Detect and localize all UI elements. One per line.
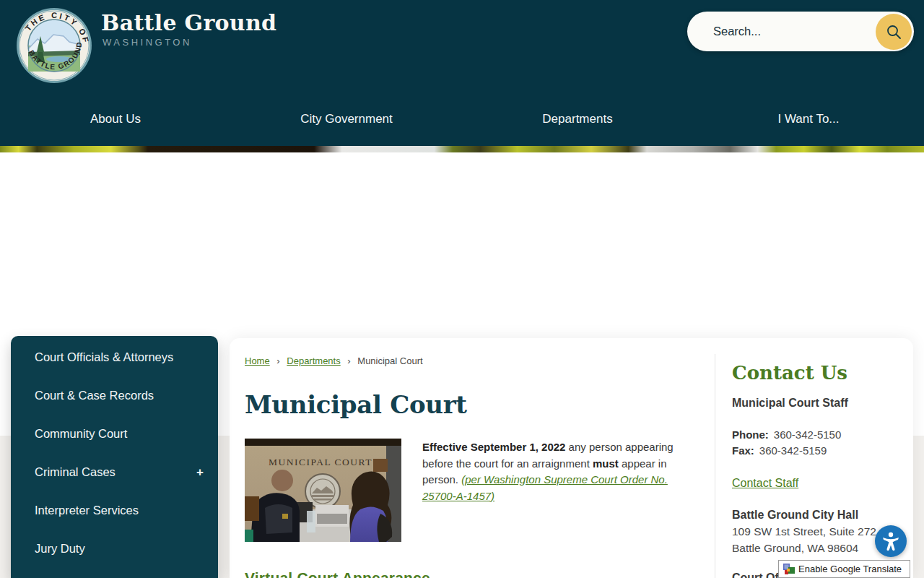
google-translate-icon	[783, 564, 795, 575]
municipal-court-photo: MUNICIPAL COURT	[245, 439, 401, 542]
contact-us-heading: Contact Us	[732, 362, 847, 384]
photo-sign-text: MUNICIPAL COURT	[269, 457, 372, 467]
breadcrumb: Home › Departments › Municipal Court	[245, 355, 423, 366]
site-header: THE CITY OF BATTLE GROUND Battle Ground …	[0, 0, 924, 146]
site-subtitle: WASHINGTON	[103, 37, 192, 48]
section-sidebar: Court Officials & Attorneys Court & Case…	[11, 336, 218, 578]
contact-staff-title: Municipal Court Staff	[732, 397, 848, 410]
court-office-heading: Court Of	[732, 571, 779, 578]
search-button[interactable]	[876, 14, 912, 50]
fax-label: Fax:	[732, 444, 754, 457]
city-seal-logo[interactable]: THE CITY OF BATTLE GROUND	[16, 7, 92, 84]
city-hall-name: Battle Ground City Hall	[732, 509, 858, 522]
intro-bold-must: must	[593, 457, 619, 470]
site-title[interactable]: Battle Ground	[101, 10, 276, 35]
breadcrumb-separator: ›	[347, 355, 350, 366]
intro-bold-date: Effective September 1, 2022	[422, 441, 565, 453]
breadcrumb-home[interactable]: Home	[245, 355, 270, 366]
main-nav: About Us City Government Departments I W…	[0, 105, 924, 134]
address-line-1: 109 SW 1st Street, Suite 272	[732, 525, 876, 538]
breadcrumb-separator: ›	[276, 355, 279, 366]
fax-value: 360-342-5159	[759, 444, 827, 457]
sidebar-item-court-case-records[interactable]: Court & Case Records	[11, 376, 218, 415]
sidebar-item-criminal-cases[interactable]: Criminal Cases +	[11, 453, 218, 491]
phone-value: 360-342-5150	[774, 428, 841, 441]
nav-i-want-to[interactable]: I Want To...	[693, 105, 924, 134]
phone-label: Phone:	[732, 428, 769, 441]
google-translate-button[interactable]: Enable Google Translate	[778, 560, 910, 578]
breadcrumb-current: Municipal Court	[357, 355, 422, 366]
search-input[interactable]	[713, 12, 858, 51]
intro-paragraph: Effective September 1, 2022 any person a…	[422, 439, 679, 504]
sidebar-item-jury-duty[interactable]: Jury Duty	[11, 530, 218, 568]
hero-image-strip	[0, 146, 924, 152]
nav-departments[interactable]: Departments	[462, 105, 693, 134]
google-translate-label: Enable Google Translate	[798, 564, 902, 574]
breadcrumb-departments[interactable]: Departments	[287, 355, 340, 366]
contact-staff-link[interactable]: Contact Staff	[732, 477, 798, 490]
nav-city-government[interactable]: City Government	[231, 105, 462, 134]
search-icon	[885, 23, 902, 40]
address-line-2: Battle Ground, WA 98604	[732, 542, 858, 555]
expand-plus-icon[interactable]: +	[196, 463, 204, 481]
virtual-court-heading: Virtual Court Appearance	[245, 569, 430, 578]
sidebar-item-court-officials[interactable]: Court Officials & Attorneys	[11, 338, 218, 376]
accessibility-button[interactable]	[875, 525, 907, 557]
city-seal-icon: THE CITY OF BATTLE GROUND	[16, 7, 92, 84]
phone-line: Phone:360-342-5150	[732, 428, 841, 441]
page-title: Municipal Court	[245, 390, 467, 419]
search-box	[687, 12, 914, 51]
sidebar-item-interpreter-services[interactable]: Interpreter Services	[11, 491, 218, 530]
sidebar-item-community-court[interactable]: Community Court	[11, 415, 218, 453]
content-card: Home › Departments › Municipal Court Mun…	[230, 338, 913, 578]
accessibility-icon	[880, 530, 902, 552]
content-divider	[715, 354, 715, 578]
fax-line: Fax:360-342-5159	[732, 444, 827, 457]
nav-about-us[interactable]: About Us	[0, 105, 231, 134]
